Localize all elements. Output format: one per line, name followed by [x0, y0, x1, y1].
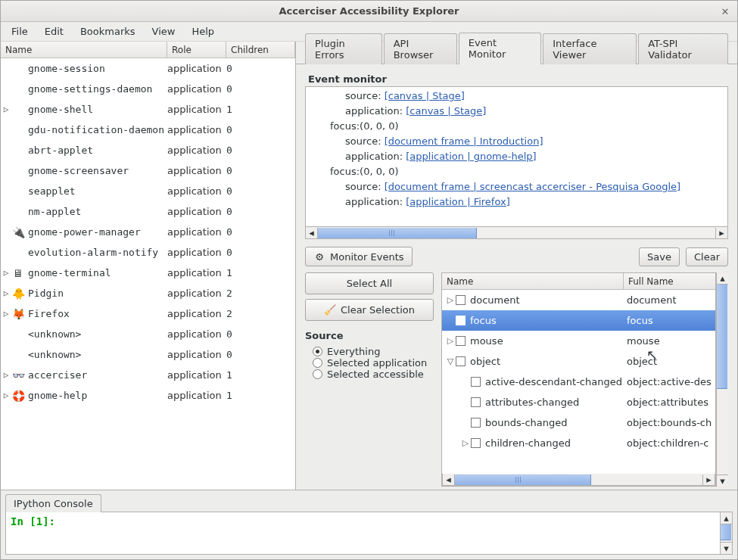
log-link[interactable]: [application | Firefox]: [406, 196, 510, 207]
checkbox[interactable]: [456, 316, 466, 325]
log-link[interactable]: [document frame | Introduction]: [385, 135, 543, 147]
tree-row[interactable]: gdu-notification-daemonapplication0: [1, 120, 295, 140]
expander-icon[interactable]: ▷: [1, 104, 11, 114]
checkbox[interactable]: [471, 377, 481, 387]
tree-row-children: 0: [226, 226, 295, 238]
log-link[interactable]: [canvas | Stage]: [385, 90, 465, 101]
clear-button[interactable]: Clear: [686, 247, 728, 266]
tree-row[interactable]: 🔌gnome-power-managerapplication0: [1, 222, 295, 242]
tab-plugin-errors[interactable]: Plugin Errors: [305, 33, 382, 64]
save-button[interactable]: Save: [639, 247, 680, 266]
tab-api-browser[interactable]: API Browser: [384, 33, 457, 64]
menu-file[interactable]: File: [4, 23, 36, 40]
menu-view[interactable]: View: [145, 23, 183, 40]
app-icon: [11, 124, 25, 136]
event-tree-vscroll[interactable]: ▴ ▾: [716, 272, 728, 487]
tree-header-children[interactable]: Children: [226, 42, 295, 58]
tree-header-name[interactable]: Name: [1, 42, 167, 58]
checkbox[interactable]: [456, 336, 466, 346]
log-link[interactable]: [application | gnome-help]: [406, 151, 536, 162]
event-tree-row[interactable]: focusfocus: [442, 310, 715, 331]
tree-row[interactable]: gnome-screensaverapplication0: [1, 160, 295, 181]
tab-event-monitor[interactable]: Event Monitor: [459, 33, 541, 64]
expander-icon[interactable]: ▽: [445, 356, 456, 366]
menu-bookmarks[interactable]: Bookmarks: [73, 23, 143, 40]
event-log-hscroll[interactable]: ◂ ▸: [305, 227, 728, 239]
tree-row[interactable]: evolution-alarm-notifyapplication0: [1, 242, 295, 263]
tab-interface-viewer[interactable]: Interface Viewer: [543, 33, 637, 64]
monitor-events-button[interactable]: ⚙ Monitor Events: [305, 247, 413, 266]
ipython-console[interactable]: In [1]: ▴ ▾: [5, 512, 733, 555]
tree-row[interactable]: ▷gnome-shellapplication1: [1, 99, 295, 120]
tree-row-role: application: [167, 206, 226, 217]
scroll-left-icon[interactable]: ◂: [306, 228, 318, 238]
event-tree-header-name[interactable]: Name: [442, 273, 624, 289]
source-radio-selected-application[interactable]: Selected application: [305, 357, 434, 369]
tree-row[interactable]: ▷🖥gnome-terminalapplication1: [1, 263, 295, 283]
tree-row[interactable]: <unknown>application0: [1, 324, 295, 344]
tree-header-role[interactable]: Role: [167, 42, 226, 58]
tree-row[interactable]: seappletapplication0: [1, 181, 295, 201]
checkbox[interactable]: [456, 295, 466, 305]
event-tree-row[interactable]: bounds-changedobject:bounds-ch: [442, 412, 715, 433]
select-all-button[interactable]: Select All: [305, 272, 434, 294]
source-radio-selected-accessible[interactable]: Selected accessible: [305, 369, 434, 380]
checkbox[interactable]: [471, 418, 481, 428]
app-icon: 🔌: [11, 226, 25, 238]
tree-row-name: gnome-settings-daemon: [28, 83, 152, 95]
expander-icon[interactable]: ▷: [1, 309, 11, 319]
tree-row[interactable]: <unknown>application0: [1, 344, 295, 365]
menu-edit[interactable]: Edit: [37, 23, 71, 40]
source-radio-everything[interactable]: Everything: [305, 346, 434, 357]
tree-row[interactable]: ▷🦊Firefoxapplication2: [1, 303, 295, 324]
expander-icon[interactable]: ▷: [1, 288, 11, 298]
event-tree-row[interactable]: attributes-changedobject:attributes: [442, 392, 715, 412]
expander-icon[interactable]: ▷: [445, 295, 456, 305]
tree-row[interactable]: ▷🐥Pidginapplication2: [1, 283, 295, 303]
close-icon[interactable]: ✕: [718, 4, 733, 19]
scroll-left-icon[interactable]: ◂: [443, 474, 455, 485]
tree-row-role: application: [167, 308, 226, 319]
scroll-right-icon[interactable]: ▸: [715, 228, 727, 238]
event-tree-hscroll[interactable]: ◂ ▸: [442, 474, 715, 486]
tree-row[interactable]: gnome-sessionapplication0: [1, 58, 295, 79]
expander-icon[interactable]: ▷: [1, 370, 11, 380]
expander-icon[interactable]: ▷: [1, 268, 11, 278]
checkbox[interactable]: [471, 438, 481, 448]
event-tree-row[interactable]: ▷children-changedobject:children-c: [442, 433, 715, 453]
broom-icon: 🧹: [324, 304, 336, 316]
tab-at-spi-validator[interactable]: AT-SPI Validator: [638, 33, 728, 64]
expander-icon[interactable]: ▷: [445, 336, 456, 346]
tree-row-role: application: [167, 145, 226, 156]
event-log[interactable]: source: [canvas | Stage]application: [ca…: [305, 86, 728, 227]
log-link[interactable]: [document frame | screencast accerciser …: [385, 181, 681, 192]
expander-icon[interactable]: ▷: [460, 438, 471, 448]
tree-row[interactable]: nm-appletapplication0: [1, 201, 295, 222]
log-link[interactable]: [canvas | Stage]: [406, 105, 486, 117]
app-icon: 🛟: [11, 390, 25, 402]
tab-ipython-console[interactable]: IPython Console: [5, 494, 101, 512]
checkbox[interactable]: [456, 356, 466, 366]
tree-row[interactable]: ▷👓accerciserapplication1: [1, 365, 295, 385]
tree-row[interactable]: ▷🛟gnome-helpapplication1: [1, 385, 295, 406]
log-line: source: [document frame | screencast acc…: [310, 179, 723, 194]
expander-icon[interactable]: ▷: [1, 390, 11, 400]
console-vscroll[interactable]: ▴ ▾: [720, 512, 732, 554]
event-tree-row[interactable]: ▷mousemouse: [442, 331, 715, 351]
tree-row-children: 2: [226, 308, 295, 319]
tree-row-name: gnome-terminal: [28, 267, 111, 278]
scroll-right-icon[interactable]: ▸: [702, 474, 715, 485]
event-tree-row[interactable]: active-descendant-changedobject:active-d…: [442, 372, 715, 392]
event-name: attributes-changed: [485, 397, 579, 408]
menu-help[interactable]: Help: [184, 23, 222, 40]
clear-selection-button[interactable]: 🧹 Clear Selection: [305, 299, 434, 321]
tree-row-name: <unknown>: [28, 328, 81, 340]
event-tree-header-full[interactable]: Full Name: [624, 273, 715, 289]
tree-row-children: 0: [226, 206, 295, 217]
tree-row-name: accerciser: [28, 369, 87, 381]
tree-row[interactable]: gnome-settings-daemonapplication0: [1, 79, 295, 99]
tree-row[interactable]: abrt-appletapplication0: [1, 140, 295, 160]
event-tree-row[interactable]: ▷documentdocument: [442, 290, 715, 310]
checkbox[interactable]: [471, 397, 481, 407]
event-tree-row[interactable]: ▽objectobject: [442, 351, 715, 372]
